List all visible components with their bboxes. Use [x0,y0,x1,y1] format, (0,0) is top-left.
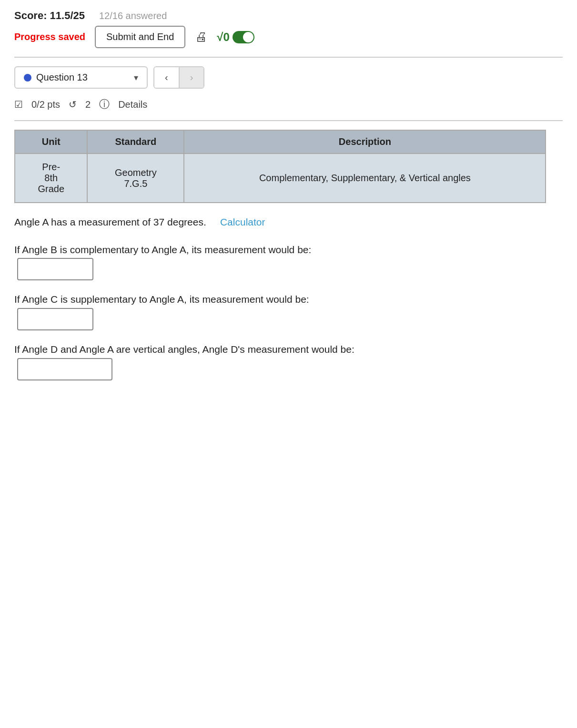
question-intro-line: Angle A has a measurement of 37 degrees.… [14,214,563,231]
answer-input-b[interactable] [17,258,93,280]
pts-row: ☑ 0/2 pts ↺ 2 ⓘ Details [14,97,563,112]
print-icon[interactable]: 🖨 [195,30,207,44]
table-cell-standard: Geometry 7.G.5 [87,154,184,203]
pts-text: 0/2 pts [31,99,60,110]
question-dot [24,74,31,82]
table-cell-unit: Pre- 8th Grade [15,154,87,203]
submit-end-button[interactable]: Submit and End [95,26,185,48]
action-bar: Progress saved Submit and End 🖨 √0 [14,26,563,48]
table-row: Pre- 8th Grade Geometry 7.G.5 Complement… [15,154,546,203]
top-divider [14,57,563,58]
table-header-row: Unit Standard Description [15,130,546,154]
answer-input-d[interactable] [17,358,112,380]
prev-question-button[interactable]: ‹ [154,67,180,88]
toggle-thumb [243,32,253,42]
sqrt-icon: √0 [217,31,230,44]
table-header-unit: Unit [15,130,87,154]
section-divider [14,120,563,121]
check-icon: ☑ [14,99,23,110]
standards-table: Unit Standard Description Pre- 8th Grade… [14,130,546,203]
question-label: Question 13 [36,72,88,83]
part-b-text: If Angle B is complementary to Angle A, … [14,244,311,255]
score-text: Score: 11.5/25 [14,10,85,22]
part-d-text: If Angle D and Angle A are vertical angl… [14,344,354,355]
toggle-switch[interactable] [233,31,254,43]
progress-saved-label: Progress saved [14,31,85,42]
top-bar: Score: 11.5/25 12/16 answered [14,10,563,22]
question-part-d: If Angle D and Angle A are vertical angl… [14,341,563,380]
question-intro-text: Angle A has a measurement of 37 degrees. [14,216,206,227]
retry-icon: ↺ [69,99,77,110]
question-selector[interactable]: Question 13 ▾ [14,66,148,89]
info-icon: ⓘ [99,97,110,112]
part-c-text: If Angle C is supplementary to Angle A, … [14,294,309,305]
toggle-track [233,31,254,43]
chevron-down-icon: ▾ [134,72,138,83]
retry-count: 2 [85,99,91,110]
question-part-c: If Angle C is supplementary to Angle A, … [14,291,563,330]
table-header-standard: Standard [87,130,184,154]
table-cell-description: Complementary, Supplementary, & Vertical… [184,154,546,203]
next-question-button[interactable]: › [180,67,204,88]
question-part-b: If Angle B is complementary to Angle A, … [14,241,563,281]
question-navigation: Question 13 ▾ ‹ › [14,66,563,89]
nav-arrows: ‹ › [153,66,204,89]
table-header-description: Description [184,130,546,154]
details-link[interactable]: Details [118,99,147,110]
answer-input-c[interactable] [17,308,93,330]
answered-text: 12/16 answered [99,10,167,21]
calculator-link[interactable]: Calculator [220,216,265,227]
question-body: Angle A has a measurement of 37 degrees.… [14,214,563,396]
